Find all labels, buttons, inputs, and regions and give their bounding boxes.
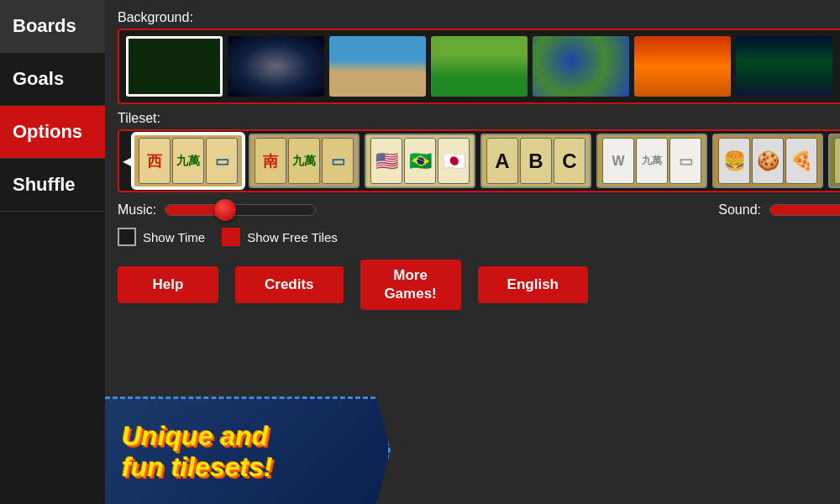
bg-thumb-dark[interactable] — [126, 36, 223, 97]
tileset-dark[interactable]: 西 ◎ — [828, 134, 840, 188]
bg-thumb-sunset[interactable] — [634, 36, 731, 97]
sliders-row: Music: Sound: — [118, 202, 840, 218]
bg-thumb-aurora[interactable] — [736, 36, 832, 97]
tileset-abc[interactable]: A B C — [480, 134, 591, 188]
tileset-colored[interactable]: 南 九萬 ▭ — [249, 134, 360, 188]
tile-flag-us: 🇺🇸 — [370, 138, 402, 184]
tileset-minimal[interactable]: W 九萬 ▭ — [596, 134, 707, 188]
tile-west: 西 — [139, 138, 171, 184]
tile-pizza: 🍕 — [785, 138, 817, 184]
tile-c: C — [554, 138, 585, 184]
music-label: Music: — [118, 202, 156, 218]
banner-text: Unique andfun tilesets! — [122, 421, 273, 483]
tileset-strip: 西 九萬 ▭ 南 九萬 ▭ 🇺🇸 🇧🇷 🇯🇵 — [118, 129, 840, 192]
sidebar: Boards Goals Options Shuffle — [0, 0, 105, 504]
background-scroll[interactable] — [119, 31, 839, 102]
sound-slider[interactable] — [769, 204, 840, 216]
main-content: Background: ▶ Tileset: — [105, 0, 840, 504]
tile-rect2: ▭ — [322, 138, 354, 184]
tile-west2: W — [602, 138, 634, 184]
tile-rect3: ▭ — [669, 138, 701, 184]
tileset-flags[interactable]: 🇺🇸 🇧🇷 🇯🇵 — [365, 134, 475, 188]
bg-thumb-forest[interactable] — [431, 36, 528, 97]
sidebar-item-shuffle[interactable]: Shuffle — [0, 159, 105, 212]
sound-label: Sound: — [718, 202, 761, 218]
sound-slider-group: Sound: — [718, 202, 840, 218]
promo-banner: Unique andfun tilesets! — [105, 396, 391, 504]
show-time-label: Show Time — [143, 230, 205, 244]
show-free-tiles-box[interactable] — [222, 228, 240, 246]
credits-button[interactable]: Credits — [235, 266, 344, 303]
show-free-tiles-label: Show Free Tiles — [247, 230, 338, 244]
tileset-section: Tileset: 西 九萬 ▭ 南 九萬 ▭ 🇺🇸 🇧🇷 — [118, 111, 840, 192]
bg-thumb-earth[interactable] — [533, 36, 629, 97]
sidebar-item-goals[interactable]: Goals — [0, 53, 105, 106]
tile-south: 南 — [255, 138, 286, 184]
sidebar-item-boards[interactable]: Boards — [0, 0, 105, 53]
background-label: Background: — [118, 10, 840, 25]
buttons-row: Help Credits MoreGames! English — [118, 260, 840, 310]
tile-a: A — [486, 138, 518, 184]
english-button[interactable]: English — [478, 266, 588, 303]
help-button[interactable]: Help — [118, 266, 218, 303]
tileset-scroll-left-icon[interactable]: ◀ — [123, 153, 133, 169]
tileset-label: Tileset: — [118, 111, 840, 126]
tile-nine3: 九萬 — [636, 138, 668, 184]
more-games-button[interactable]: MoreGames! — [360, 260, 461, 310]
background-section: Background: ▶ — [118, 10, 840, 104]
bg-thumb-beach[interactable] — [329, 36, 426, 97]
music-slider[interactable] — [165, 204, 316, 216]
sound-fill — [770, 205, 840, 215]
show-time-checkbox[interactable]: Show Time — [118, 228, 205, 246]
show-time-box[interactable] — [118, 228, 136, 246]
tileset-traditional[interactable]: 西 九萬 ▭ — [133, 134, 244, 188]
tile-west3: 西 — [834, 138, 840, 184]
tile-flag-jp: 🇯🇵 — [438, 138, 470, 184]
tile-b: B — [520, 138, 552, 184]
tile-nine2: 九萬 — [288, 138, 320, 184]
bg-thumb-galaxy[interactable] — [228, 36, 324, 97]
background-strip: ▶ — [118, 29, 840, 104]
tile-hamburger: 🍔 — [718, 138, 750, 184]
show-free-tiles-checkbox[interactable]: Show Free Tiles — [222, 228, 338, 246]
music-thumb[interactable] — [214, 199, 236, 221]
music-slider-group: Music: — [118, 202, 316, 218]
checkboxes-row: Show Time Show Free Tiles — [118, 228, 840, 246]
tileset-scroll[interactable]: 西 九萬 ▭ 南 九萬 ▭ 🇺🇸 🇧🇷 🇯🇵 — [126, 129, 840, 192]
tileset-food[interactable]: 🍔 🍪 🍕 — [712, 134, 823, 188]
tile-nine-bamboo: 九萬 — [172, 138, 204, 184]
sidebar-item-options[interactable]: Options — [0, 106, 105, 159]
tile-flag-br: 🇧🇷 — [404, 138, 436, 184]
tile-rect: ▭ — [206, 138, 238, 184]
tile-cookie: 🍪 — [752, 138, 784, 184]
